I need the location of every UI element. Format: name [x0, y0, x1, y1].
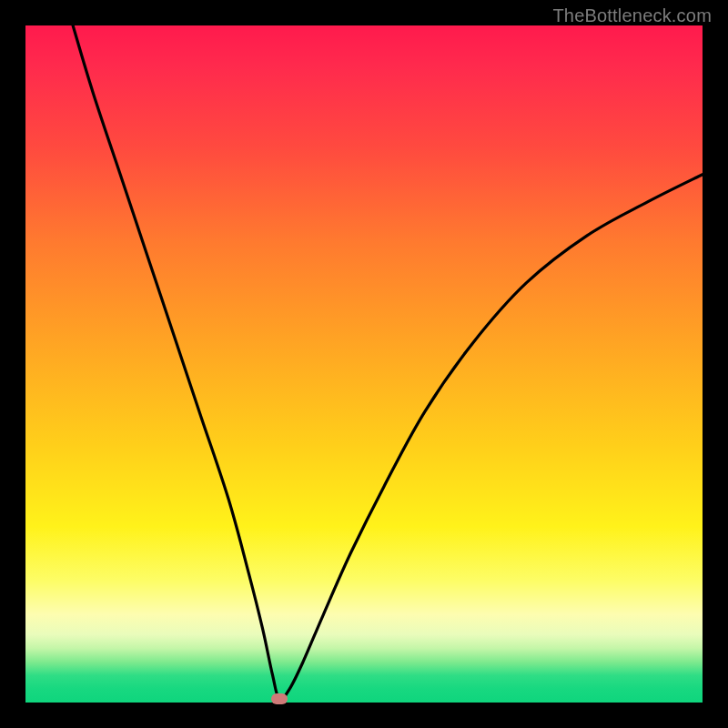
watermark-text: TheBottleneck.com — [552, 5, 712, 26]
curve-path — [73, 25, 703, 700]
plot-area — [25, 25, 703, 703]
chart-frame: TheBottleneck.com — [0, 0, 728, 728]
minimum-marker — [271, 693, 288, 704]
bottleneck-curve — [25, 25, 703, 703]
